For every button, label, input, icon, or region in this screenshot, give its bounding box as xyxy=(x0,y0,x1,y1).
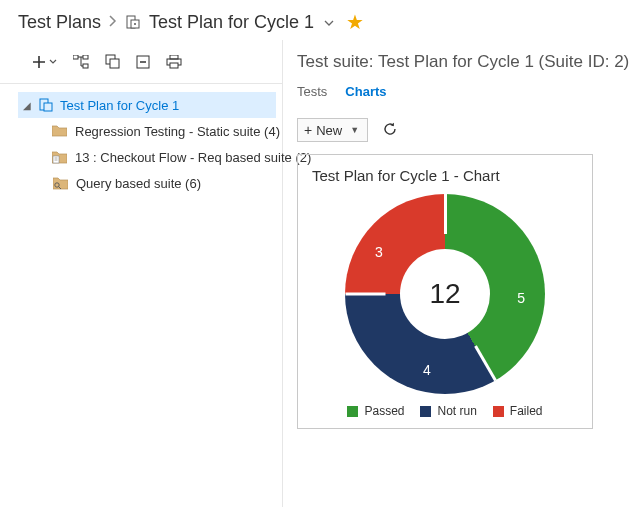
page-title[interactable]: Test Plan for Cycle 1 xyxy=(149,12,314,33)
tree-icon-button[interactable] xyxy=(73,55,89,69)
svg-point-2 xyxy=(134,23,136,25)
collapse-button[interactable] xyxy=(136,55,150,69)
chart-total: 12 xyxy=(400,249,490,339)
breadcrumb: Test Plans Test Plan for Cycle 1 ★ xyxy=(0,0,629,40)
chevron-down-icon[interactable] xyxy=(324,16,334,28)
new-button-label: New xyxy=(316,123,342,138)
tab-charts[interactable]: Charts xyxy=(345,80,386,103)
tree-item-req-suite[interactable]: 13 : Checkout Flow - Req based suite (2) xyxy=(48,144,276,170)
legend-swatch-icon xyxy=(347,406,358,417)
svg-rect-3 xyxy=(73,55,78,59)
tab-tests[interactable]: Tests xyxy=(297,80,327,103)
legend-swatch-icon xyxy=(420,406,431,417)
tree-item-query-suite[interactable]: Query based suite (6) xyxy=(48,170,276,196)
chart-title: Test Plan for Cycle 1 - Chart xyxy=(312,167,584,184)
breadcrumb-root[interactable]: Test Plans xyxy=(18,12,101,33)
tabs: Tests Charts xyxy=(297,80,629,104)
add-button[interactable] xyxy=(32,55,57,69)
tree-toolbar xyxy=(0,50,282,84)
donut-chart: 12 5 4 3 xyxy=(335,194,555,394)
query-suite-icon xyxy=(52,176,68,190)
legend-failed: Failed xyxy=(493,404,543,418)
tree-item-label: Regression Testing - Static suite (4) xyxy=(75,124,280,139)
chevron-right-icon xyxy=(109,14,117,30)
legend-swatch-icon xyxy=(493,406,504,417)
caret-down-icon: ◢ xyxy=(22,100,32,111)
test-suite-tree: ◢ Test Plan for Cycle 1 Regression Testi… xyxy=(0,84,282,196)
print-button[interactable] xyxy=(166,55,182,69)
folder-icon xyxy=(52,124,67,138)
legend-passed: Passed xyxy=(347,404,404,418)
plan-icon xyxy=(38,98,54,112)
svg-rect-9 xyxy=(170,55,178,59)
svg-rect-4 xyxy=(83,55,88,59)
requirement-suite-icon xyxy=(52,150,67,164)
chevron-down-icon: ▼ xyxy=(350,125,359,135)
legend-notrun: Not run xyxy=(420,404,476,418)
test-plan-icon xyxy=(125,14,141,30)
chart-legend: Passed Not run Failed xyxy=(306,404,584,418)
new-chart-button[interactable]: + New ▼ xyxy=(297,118,368,142)
refresh-button[interactable] xyxy=(382,121,398,140)
tree-root-label: Test Plan for Cycle 1 xyxy=(60,98,179,113)
slice-label-notrun: 4 xyxy=(423,362,431,378)
suite-title: Test suite: Test Plan for Cycle 1 (Suite… xyxy=(297,52,629,72)
tree-item-label: 13 : Checkout Flow - Req based suite (2) xyxy=(75,150,311,165)
svg-rect-5 xyxy=(83,64,88,68)
tree-root-item[interactable]: ◢ Test Plan for Cycle 1 xyxy=(18,92,276,118)
tree-item-label: Query based suite (6) xyxy=(76,176,201,191)
svg-rect-14 xyxy=(53,156,59,163)
right-pane: Test suite: Test Plan for Cycle 1 (Suite… xyxy=(283,40,629,507)
copy-button[interactable] xyxy=(105,54,120,69)
slice-label-passed: 5 xyxy=(517,290,525,306)
slice-label-failed: 3 xyxy=(375,244,383,260)
legend-label: Not run xyxy=(437,404,476,418)
tree-item-static-suite[interactable]: Regression Testing - Static suite (4) xyxy=(48,118,276,144)
svg-rect-11 xyxy=(170,63,178,68)
legend-label: Passed xyxy=(364,404,404,418)
svg-rect-7 xyxy=(110,59,119,68)
left-pane: ◢ Test Plan for Cycle 1 Regression Testi… xyxy=(0,40,283,507)
chart-toolbar: + New ▼ xyxy=(297,110,629,154)
svg-rect-13 xyxy=(44,103,52,111)
chart-card: Test Plan for Cycle 1 - Chart 12 5 4 3 P… xyxy=(297,154,593,429)
legend-label: Failed xyxy=(510,404,543,418)
favorite-star-icon[interactable]: ★ xyxy=(346,10,364,34)
plus-icon: + xyxy=(304,122,312,138)
